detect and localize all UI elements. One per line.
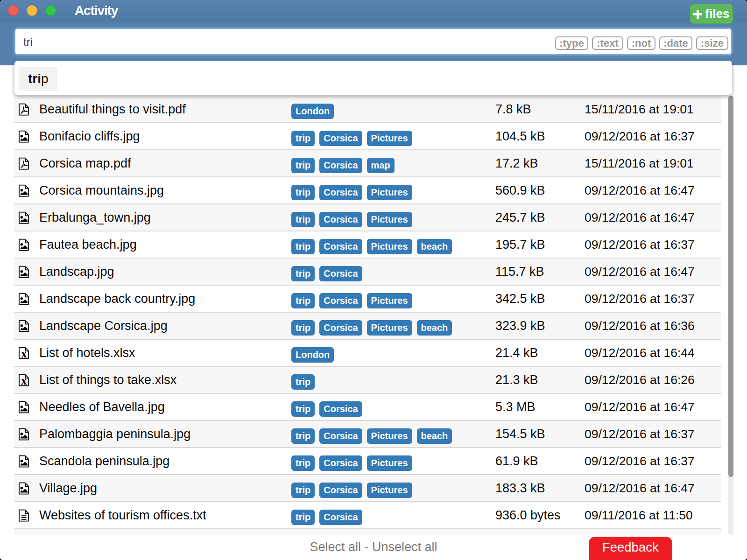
svg-text:x: x [21,347,27,359]
svg-text:x: x [21,374,27,386]
